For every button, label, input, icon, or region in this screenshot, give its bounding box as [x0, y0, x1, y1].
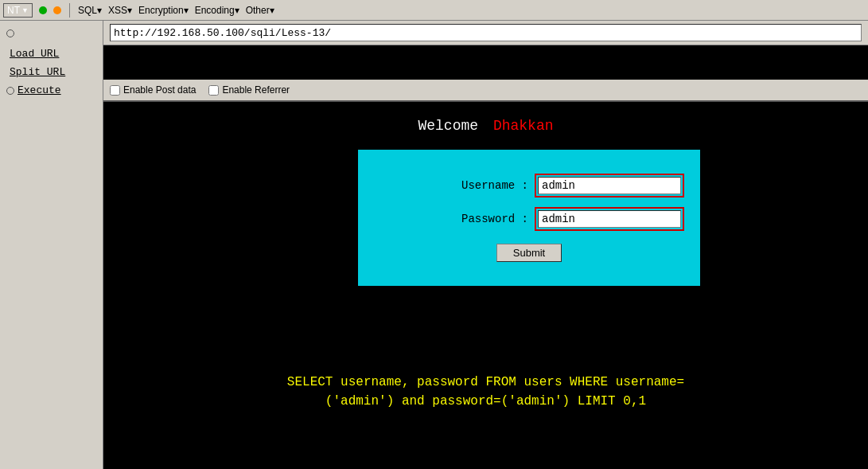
split-url-button[interactable]: Split URL: [0, 63, 103, 81]
execute-button[interactable]: Execute: [18, 84, 61, 96]
menu-other[interactable]: Other▾: [246, 5, 274, 16]
menu-encryption[interactable]: Encryption▾: [138, 5, 189, 16]
username-row: Username :: [374, 174, 684, 197]
toolbar-indicator-orange: [53, 6, 61, 14]
password-row: Password :: [374, 207, 684, 231]
menu-encoding[interactable]: Encoding▾: [195, 5, 239, 16]
url-area: [103, 21, 868, 45]
menu-xss[interactable]: XSS▾: [108, 5, 132, 16]
dropdown-arrow-icon: ▼: [21, 6, 29, 14]
welcome-section: Welcome Dhakkan: [103, 102, 868, 134]
sql-line2: ('admin') and password=('admin') LIMIT 0…: [119, 392, 852, 411]
enable-post-data-checkbox[interactable]: [110, 85, 120, 96]
enable-referrer-text: Enable Referrer: [222, 84, 290, 96]
welcome-text: Welcome: [418, 118, 478, 134]
username-input[interactable]: [538, 177, 681, 194]
submit-button[interactable]: Submit: [496, 244, 562, 262]
password-input-wrapper: [535, 207, 684, 231]
toolbar-indicator-green: [39, 6, 47, 14]
options-row: Enable Post data Enable Referrer: [103, 80, 868, 102]
toolbar-dropdown-label: NT: [7, 5, 20, 16]
sql-line1: SELECT username, password FROM users WHE…: [119, 373, 852, 392]
username-input-wrapper: [535, 174, 684, 197]
menu-sql[interactable]: SQL▾: [78, 5, 102, 16]
left-panel: Load URL Split URL Execute: [0, 21, 103, 469]
enable-referrer-checkbox[interactable]: [208, 85, 219, 96]
welcome-name: Dhakkan: [493, 118, 554, 134]
enable-post-data-text: Enable Post data: [123, 84, 196, 96]
sql-query-display: SELECT username, password FROM users WHE…: [103, 373, 868, 411]
load-url-radio[interactable]: [6, 29, 14, 37]
login-box: Username : Password : Submit: [358, 150, 700, 286]
toolbar: NT ▼ SQL▾ XSS▾ Encryption▾ Encoding▾ Oth…: [0, 0, 868, 21]
submit-row: Submit: [374, 244, 684, 262]
main-content: Welcome Dhakkan Username : Password : Su…: [103, 102, 868, 469]
load-url-button[interactable]: Load URL: [0, 45, 103, 63]
enable-post-data-label[interactable]: Enable Post data: [110, 84, 196, 96]
enable-referrer-label[interactable]: Enable Referrer: [208, 84, 290, 96]
password-input[interactable]: [538, 210, 681, 228]
toolbar-separator: [69, 3, 70, 18]
execute-radio[interactable]: [6, 87, 14, 95]
password-label: Password :: [461, 213, 528, 225]
url-input[interactable]: [110, 24, 862, 41]
toolbar-dropdown[interactable]: NT ▼: [3, 3, 33, 18]
username-label: Username :: [461, 179, 528, 192]
